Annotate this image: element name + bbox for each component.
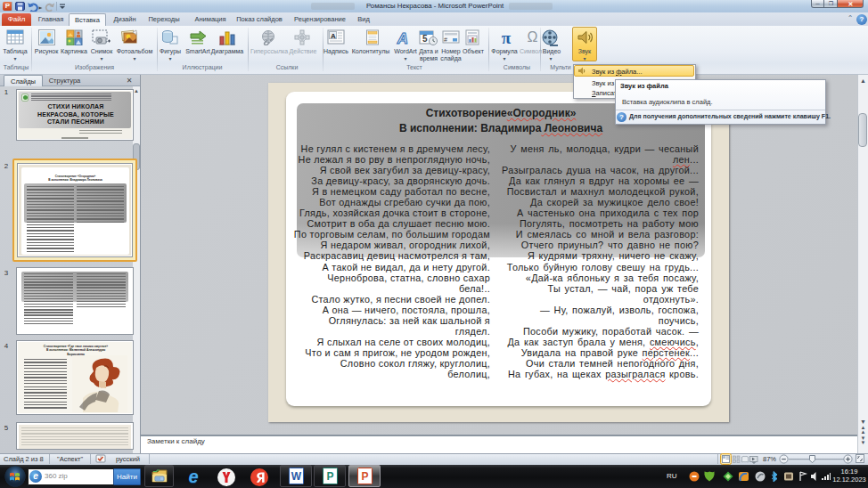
svg-text:P: P [326,470,333,483]
svg-text:P: P [361,470,368,483]
svg-text:A: A [397,30,408,45]
svg-text:5: 5 [422,34,428,44]
svg-text:A: A [331,32,336,40]
svg-text:W: W [291,470,302,483]
svg-text:#: # [444,37,447,43]
